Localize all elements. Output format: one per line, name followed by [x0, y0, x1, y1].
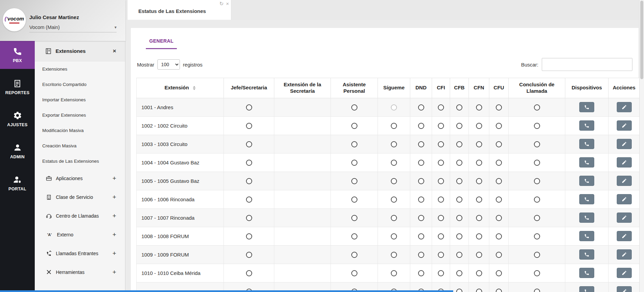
dnd-radio[interactable] — [418, 104, 424, 111]
dispositivos-button[interactable] — [579, 268, 594, 278]
cfb-radio[interactable] — [456, 252, 462, 258]
sidebar-item-extensiones[interactable]: Extensiones — [35, 61, 125, 77]
cfb-radio[interactable] — [456, 141, 462, 147]
sigueme-radio[interactable] — [391, 270, 397, 276]
refresh-icon[interactable]: ↻ — [219, 1, 224, 6]
dispositivos-button[interactable] — [579, 231, 594, 241]
cfu-radio[interactable] — [496, 289, 502, 292]
sigueme-radio[interactable] — [391, 233, 397, 239]
rail-item-portal[interactable]: PORTAL — [0, 169, 35, 197]
rail-item-admin[interactable]: ADMIN — [0, 137, 35, 165]
cfn-radio[interactable] — [476, 215, 482, 221]
jefe-secretaria-radio[interactable] — [246, 233, 252, 239]
sidebar-group-clase-de-servicio[interactable]: Clase de Servicio + — [35, 188, 125, 206]
sigueme-radio[interactable] — [391, 104, 397, 111]
cfb-radio[interactable] — [456, 123, 462, 129]
cfn-radio[interactable] — [476, 123, 482, 129]
dispositivos-button[interactable] — [579, 286, 594, 292]
cfi-radio[interactable] — [438, 270, 444, 276]
cfn-radio[interactable] — [476, 178, 482, 184]
edit-button[interactable] — [617, 194, 632, 204]
cfu-radio[interactable] — [496, 252, 502, 258]
dnd-radio[interactable] — [418, 123, 424, 129]
sidebar-group-externo[interactable]: 'A' Externo + — [35, 225, 125, 244]
close-icon[interactable]: × — [113, 48, 116, 54]
conclusion-llamada-radio[interactable] — [534, 270, 540, 276]
sidebar-item-exportar-extensiones[interactable]: Exportar Extensiones — [35, 107, 125, 123]
rail-item-pbx[interactable]: PBX — [0, 41, 35, 69]
edit-button[interactable] — [617, 120, 632, 131]
dispositivos-button[interactable] — [579, 249, 594, 260]
conclusion-llamada-radio[interactable] — [534, 160, 540, 166]
cfb-radio[interactable] — [456, 233, 462, 239]
sigueme-radio[interactable] — [391, 178, 397, 184]
search-input[interactable] — [542, 58, 632, 71]
jefe-secretaria-radio[interactable] — [246, 160, 252, 166]
sidebar-item-estatus-extensiones[interactable]: Estatus de Las Extensiones — [35, 154, 125, 169]
sidebar-group-aplicaciones[interactable]: Aplicaciones + — [35, 169, 125, 188]
dispositivos-button[interactable] — [579, 194, 594, 204]
sigueme-radio[interactable] — [391, 252, 397, 258]
dispositivos-button[interactable] — [579, 213, 594, 223]
cfn-radio[interactable] — [476, 141, 482, 147]
conclusion-llamada-radio[interactable] — [534, 252, 540, 258]
jefe-secretaria-radio[interactable] — [246, 196, 252, 203]
cfn-radio[interactable] — [476, 270, 482, 276]
rail-item-reportes[interactable]: REPORTES — [0, 73, 35, 101]
conclusion-llamada-radio[interactable] — [534, 233, 540, 239]
edit-button[interactable] — [617, 268, 632, 278]
edit-button[interactable] — [617, 176, 632, 186]
asistente-personal-radio[interactable] — [351, 196, 357, 203]
jefe-secretaria-radio[interactable] — [246, 215, 252, 221]
dnd-radio[interactable] — [418, 215, 424, 221]
jefe-secretaria-radio[interactable] — [246, 141, 252, 147]
horizontal-scrollbar-thumb[interactable] — [0, 290, 453, 292]
sidebar-item-escritorio-compartido[interactable]: Escritorio Compartido — [35, 77, 125, 92]
conclusion-llamada-radio[interactable] — [534, 104, 540, 111]
dispositivos-button[interactable] — [579, 102, 594, 112]
sidebar-group-centro-de-llamadas[interactable]: Centro de Llamadas + — [35, 206, 125, 225]
jefe-secretaria-radio[interactable] — [246, 178, 252, 184]
sigueme-radio[interactable] — [391, 141, 397, 147]
dispositivos-button[interactable] — [579, 176, 594, 186]
cfn-radio[interactable] — [476, 233, 482, 239]
sigueme-radio[interactable] — [391, 123, 397, 129]
asistente-personal-radio[interactable] — [351, 104, 357, 111]
cfb-radio[interactable] — [456, 160, 462, 166]
dnd-radio[interactable] — [418, 178, 424, 184]
jefe-secretaria-radio[interactable] — [246, 123, 252, 129]
cfi-radio[interactable] — [438, 178, 444, 184]
asistente-personal-radio[interactable] — [351, 233, 357, 239]
edit-button[interactable] — [617, 102, 632, 112]
cfu-radio[interactable] — [496, 196, 502, 203]
cfb-radio[interactable] — [456, 270, 462, 276]
cfi-radio[interactable] — [438, 160, 444, 166]
page-size-select[interactable]: 100 — [157, 59, 180, 70]
dnd-radio[interactable] — [418, 196, 424, 203]
tab-estatus-extensiones[interactable]: ↻ × Estatus de Las Extensiones — [127, 0, 231, 20]
dnd-radio[interactable] — [418, 270, 424, 276]
conclusion-llamada-radio[interactable] — [534, 141, 540, 147]
dnd-radio[interactable] — [418, 252, 424, 258]
cfi-radio[interactable] — [438, 215, 444, 221]
cfb-radio[interactable] — [456, 289, 462, 292]
jefe-secretaria-radio[interactable] — [246, 104, 252, 111]
edit-button[interactable] — [617, 231, 632, 241]
edit-button[interactable] — [617, 249, 632, 260]
cfu-radio[interactable] — [496, 215, 502, 221]
dnd-radio[interactable] — [418, 160, 424, 166]
dnd-radio[interactable] — [418, 141, 424, 147]
sigueme-radio[interactable] — [391, 160, 397, 166]
cfu-radio[interactable] — [496, 141, 502, 147]
edit-button[interactable] — [617, 157, 632, 167]
asistente-personal-radio[interactable] — [351, 123, 357, 129]
sidebar-group-llamadas-entrantes[interactable]: Llamadas Entrantes + — [35, 244, 125, 263]
conclusion-llamada-radio[interactable] — [534, 215, 540, 221]
sort-icon[interactable] — [193, 86, 196, 90]
sidebar-item-creacion-masiva[interactable]: Creación Masiva — [35, 138, 125, 154]
edit-button[interactable] — [617, 139, 632, 149]
cfn-radio[interactable] — [476, 252, 482, 258]
cfn-radio[interactable] — [476, 160, 482, 166]
dispositivos-button[interactable] — [579, 120, 594, 131]
cfn-radio[interactable] — [476, 289, 482, 292]
